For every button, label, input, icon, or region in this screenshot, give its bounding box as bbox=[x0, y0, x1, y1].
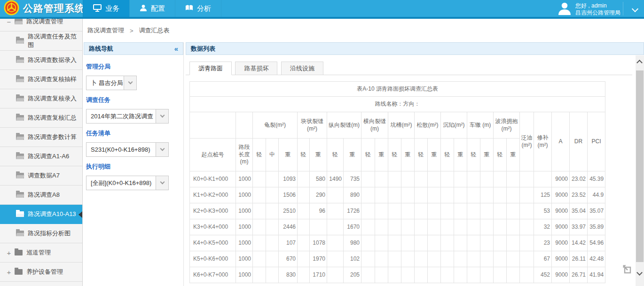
sidebar-item[interactable]: 路况调查A1-A6 bbox=[0, 147, 82, 166]
tab-asphalt-pavement[interactable]: 沥青路面 bbox=[189, 62, 232, 75]
table-cell bbox=[266, 235, 279, 251]
top-tab-label: 业务 bbox=[105, 4, 119, 13]
task-list-select[interactable]: S231(K0+0-K16+898) bbox=[86, 142, 169, 157]
table-cell bbox=[467, 187, 480, 203]
table-cell bbox=[253, 203, 266, 219]
scroll-down-arrow-icon[interactable] bbox=[636, 268, 644, 280]
column-subheader: 轻 bbox=[327, 139, 344, 171]
table-cell bbox=[454, 267, 467, 283]
table-row[interactable]: K3+0-K4+00010002446167032900033.9735.89 bbox=[190, 219, 605, 235]
table-cell bbox=[327, 203, 344, 219]
table-cell bbox=[480, 171, 494, 187]
table-cell bbox=[480, 219, 494, 235]
sidebar-item[interactable]: 路况指标分析图 bbox=[0, 224, 82, 243]
sidebar-item[interactable]: 调查数据A7 bbox=[0, 166, 82, 186]
table-cell: K4+0-K5+000 bbox=[190, 235, 236, 251]
column-subheader: 重 bbox=[480, 139, 494, 171]
sidebar-item-label: 路况调查A1-A6 bbox=[28, 152, 69, 161]
sidebar-item[interactable]: 路况调查复核录入 bbox=[0, 89, 82, 108]
table-row[interactable]: K6+0-K7+00010008301710205452900026.7141.… bbox=[190, 267, 605, 283]
folder-icon bbox=[16, 173, 24, 178]
sidebar-item[interactable]: 路况调查数据录入 bbox=[0, 51, 82, 70]
chevron-down-icon bbox=[160, 180, 165, 185]
detail-select[interactable]: [全副](K0+0-K16+898) bbox=[86, 176, 169, 190]
select-dropdown-button[interactable] bbox=[124, 76, 136, 90]
table-cell bbox=[454, 171, 467, 187]
vertical-scrollbar[interactable] bbox=[636, 55, 644, 286]
column-subheader: 重 bbox=[344, 139, 361, 171]
table-cell: 23.02 bbox=[570, 171, 588, 187]
tab-roadside-facilities[interactable]: 沿线设施 bbox=[281, 62, 323, 75]
table-cell bbox=[494, 267, 507, 283]
table-cell: 33.97 bbox=[570, 219, 588, 235]
popout-icon[interactable] bbox=[621, 263, 634, 275]
table-row[interactable]: K0+0-K1+000100010935801490735900023.0245… bbox=[190, 171, 605, 187]
sidebar-item[interactable]: +养护设备管理 bbox=[0, 263, 82, 282]
expand-icon[interactable]: + bbox=[6, 268, 12, 276]
scroll-up-arrow-icon[interactable] bbox=[636, 55, 644, 68]
sidebar-item[interactable]: 路况调查任务及范围 bbox=[0, 31, 82, 51]
avatar-icon bbox=[558, 1, 572, 17]
collapse-panel-icon[interactable]: « bbox=[174, 45, 178, 53]
chevron-down-icon[interactable] bbox=[632, 6, 638, 12]
table-cell bbox=[266, 203, 279, 219]
header-divider bbox=[623, 2, 623, 15]
table-cell bbox=[415, 203, 428, 219]
table-cell bbox=[507, 187, 520, 203]
table-cell bbox=[388, 171, 401, 187]
sidebar-item[interactable]: 路况调查A8 bbox=[0, 186, 82, 205]
column-subheader: 重 bbox=[375, 139, 388, 171]
table-cell: 1670 bbox=[344, 219, 361, 235]
table-cell: 2510 bbox=[279, 203, 298, 219]
scrollbar-thumb[interactable] bbox=[636, 70, 644, 262]
table-row[interactable]: K4+0-K5+0001000107107898023900014.4254.9… bbox=[190, 235, 605, 251]
select-dropdown-button[interactable] bbox=[156, 176, 168, 190]
table-cell bbox=[454, 251, 467, 267]
top-tab-analysis[interactable]: 分析 bbox=[175, 0, 221, 17]
table-cell bbox=[388, 187, 401, 203]
breadcrumb: 路况调查管理 > 调查汇总表 bbox=[83, 19, 644, 42]
top-tab-business[interactable]: 业务 bbox=[83, 0, 129, 17]
select-dropdown-button[interactable] bbox=[156, 109, 168, 123]
sidebar-item[interactable]: 路况调查参数计算 bbox=[0, 128, 82, 147]
sidebar-item[interactable]: 路况调查A10-A13 bbox=[0, 205, 82, 224]
table-cell: 9000 bbox=[552, 235, 570, 251]
sidebar-item-label: 养护设备管理 bbox=[26, 268, 63, 276]
table-row[interactable]: K2+0-K3+0001000251096172653900035.0435.0… bbox=[190, 203, 605, 219]
table-cell: K2+0-K3+000 bbox=[190, 203, 236, 219]
breadcrumb-item[interactable]: 路况调查管理 bbox=[87, 26, 124, 35]
top-tab-config[interactable]: 配置 bbox=[129, 0, 175, 17]
column-subheader: 重 bbox=[401, 139, 415, 171]
table-cell bbox=[494, 171, 507, 187]
select-value: [全副](K0+0-K16+898) bbox=[86, 176, 156, 190]
sidebar-item[interactable]: 路况调查复核抽样 bbox=[0, 70, 82, 89]
table-cell: 54.96 bbox=[588, 235, 605, 251]
sidebar-item[interactable]: −路况调查管理 bbox=[0, 19, 82, 31]
table-cell bbox=[266, 251, 279, 267]
user-box[interactable]: 您好 , admin 昌吉州公路管理局 bbox=[558, 1, 620, 17]
column-subheader: 轻 bbox=[467, 139, 480, 171]
expand-icon[interactable]: + bbox=[6, 249, 12, 257]
data-tabs: 沥青路面 路基损坏 沿线设施 bbox=[186, 61, 632, 75]
sidebar-item[interactable]: 路况调查复核汇总 bbox=[0, 108, 82, 128]
table-cell bbox=[361, 267, 375, 283]
chevron-down-icon bbox=[128, 80, 133, 85]
table-cell: 14.42 bbox=[570, 235, 588, 251]
table-row[interactable]: K1+0-K2+00010001506290890125900023.5244.… bbox=[190, 187, 605, 203]
task-select[interactable]: 2014年第二次路况调查 bbox=[86, 109, 169, 124]
table-cell: 1970 bbox=[310, 251, 327, 267]
breadcrumb-item-current: 调查汇总表 bbox=[139, 26, 170, 35]
table-cell bbox=[253, 235, 266, 251]
collapse-icon[interactable]: − bbox=[6, 19, 12, 26]
table-cell bbox=[428, 187, 441, 203]
column-header: A bbox=[552, 112, 570, 171]
table-cell bbox=[388, 203, 401, 219]
table-cell bbox=[428, 171, 441, 187]
sidebar-item-label: 路况调查复核汇总 bbox=[28, 114, 77, 122]
sidebar-item[interactable]: +巡道管理 bbox=[0, 243, 82, 263]
tab-subgrade-damage[interactable]: 路基损坏 bbox=[235, 62, 277, 75]
column-group-header: 松散(m²) bbox=[415, 112, 441, 139]
branch-select[interactable]: 卜 昌吉分局 bbox=[86, 76, 137, 90]
select-dropdown-button[interactable] bbox=[156, 143, 168, 156]
table-row[interactable]: K5+0-K6+0001000670197010267900026.1142.4… bbox=[190, 251, 605, 267]
